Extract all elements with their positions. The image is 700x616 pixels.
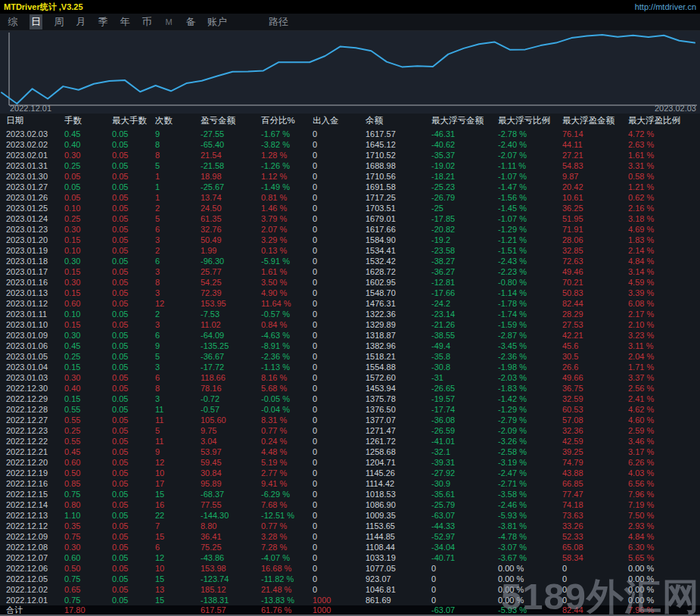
cell-0: 2023.01.06: [6, 341, 64, 351]
col-header-3[interactable]: 次数: [155, 114, 201, 129]
table-row[interactable]: 2023.01.270.050.051-25.67-1.49 %01691.58…: [0, 182, 700, 192]
cell-1: 0.25: [64, 160, 112, 171]
table-row[interactable]: 2023.01.040.150.053-17.72-1.13 %01554.88…: [0, 362, 700, 372]
table-row[interactable]: 2022.12.090.750.051536.413.28 %01144.85-…: [0, 531, 700, 542]
cell-10: 0: [562, 563, 628, 574]
cell-3: 9: [155, 129, 201, 139]
menu-item-6[interactable]: 币: [142, 15, 152, 29]
table-row[interactable]: 2022.12.080.300.05675.257.28 %01108.44-3…: [0, 542, 700, 552]
cell-9: -1.74 %: [498, 309, 562, 319]
menu-item-4[interactable]: 季: [98, 15, 108, 29]
vendor-url-link[interactable]: http://mtdriver.cn: [635, 2, 696, 11]
table-row[interactable]: 2022.12.020.650.0513185.1221.48 %01046.8…: [0, 584, 700, 595]
table-row[interactable]: 2023.01.310.250.055-21.58-1.26 %01688.98…: [0, 160, 700, 171]
table-row[interactable]: 2023.01.240.250.05561.353.79 %01679.01-1…: [0, 213, 700, 224]
col-header-7[interactable]: 余额: [366, 114, 431, 129]
col-header-8[interactable]: 最大浮亏金额: [431, 114, 498, 129]
table-row[interactable]: 2022.12.131.100.0522-144.30-12.51 %01009…: [0, 510, 700, 521]
table-row[interactable]: 2022.12.270.550.0511105.608.31 %01377.07…: [0, 415, 700, 425]
table-row[interactable]: 2023.01.120.600.0512153.9511.64 %01476.3…: [0, 298, 700, 309]
cell-7: 1703.51: [366, 203, 431, 213]
cell-7: 1318.87: [366, 330, 431, 341]
table-row[interactable]: 2022.12.010.750.0515-138.31-13.83 %10008…: [0, 595, 700, 605]
table-row[interactable]: 2023.01.030.300.056118.668.16 %01572.60-…: [0, 372, 700, 383]
menu-item-8[interactable]: 备: [185, 15, 196, 29]
table-row[interactable]: 2023.01.110.100.052-7.53-0.57 %01322.36-…: [0, 309, 700, 319]
cell-6: 0: [313, 213, 366, 224]
table-row[interactable]: 2023.01.300.050.05118.981.12 %01710.56-1…: [0, 171, 700, 182]
table-row[interactable]: 2022.12.230.250.0559.750.77 %01271.47-26…: [0, 425, 700, 436]
menu-item-10[interactable]: 路径: [269, 15, 288, 29]
col-header-6[interactable]: 出入金: [313, 114, 366, 129]
col-header-9[interactable]: 最大浮亏比例: [498, 114, 562, 129]
table-row[interactable]: 2023.01.200.150.05350.493.29 %01584.90-1…: [0, 235, 700, 245]
cell-5: 1.61 %: [261, 266, 313, 277]
cell-4: 3.04: [201, 436, 261, 446]
table-row[interactable]: 2022.12.290.150.053-0.72-0.05 %01375.78-…: [0, 394, 700, 404]
col-header-2[interactable]: 最大手数: [112, 114, 155, 129]
cell-0: 2022.12.05: [6, 574, 64, 584]
table-row[interactable]: 2023.02.030.450.059-27.55-1.67 %01617.57…: [0, 129, 700, 139]
x-axis-start-label: 2022.12.01: [10, 104, 51, 113]
cell-0: 2023.02.02: [6, 139, 64, 150]
cell-9: -1.45 %: [498, 203, 562, 213]
cell-7: 1086.90: [366, 499, 431, 510]
table-row[interactable]: 2023.01.100.150.05311.020.84 %01329.89-2…: [0, 319, 700, 330]
table-row[interactable]: 2022.12.060.500.0510153.9816.68 %01077.0…: [0, 563, 700, 574]
cell-9: -1.83 %: [498, 383, 562, 394]
cell-5: 4.48 %: [261, 446, 313, 457]
menu-item-7[interactable]: M: [163, 17, 174, 26]
table-body: 2023.02.030.450.059-27.55-1.67 %01617.57…: [0, 129, 700, 605]
table-row[interactable]: 2022.12.190.500.051030.842.77 %01145.26-…: [0, 468, 700, 478]
col-header-5[interactable]: 百分比%: [261, 114, 313, 129]
table-row[interactable]: 2022.12.050.750.0515-123.74-11.82 %0923.…: [0, 574, 700, 584]
table-row[interactable]: 2023.01.190.100.0521.990.13 %01534.41-23…: [0, 245, 700, 256]
cell-9: -1.59 %: [498, 319, 562, 330]
cell-10: 36.25: [562, 203, 628, 213]
table-row[interactable]: 2022.12.220.550.05113.040.24 %01261.72-4…: [0, 436, 700, 446]
col-header-10[interactable]: 最大浮盈金额: [562, 114, 628, 129]
table-row[interactable]: 2022.12.160.850.051795.899.41 %01114.42-…: [0, 478, 700, 489]
col-header-0[interactable]: 日期: [6, 114, 64, 129]
col-header-11[interactable]: 最大浮盈比例: [628, 114, 700, 129]
table-row[interactable]: 2023.01.050.250.055-36.67-2.36 %01518.21…: [0, 351, 700, 362]
menu-item-1[interactable]: 日: [30, 14, 42, 30]
table-row[interactable]: 2023.01.130.150.05372.394.90 %01548.70-1…: [0, 288, 700, 298]
table-row[interactable]: 2023.02.020.400.058-65.40-3.82 %01645.12…: [0, 139, 700, 150]
cell-3: 1: [155, 171, 201, 182]
table-header-row: 日期手数最大手数次数盈亏金额百分比%出入金余额最大浮亏金额最大浮亏比例最大浮盈金…: [0, 114, 700, 129]
table-row[interactable]: 2022.12.200.600.051259.455.19 %01204.71-…: [0, 457, 700, 468]
cell-5: 5.68 %: [261, 383, 313, 394]
table-row[interactable]: 2023.01.250.100.05224.501.46 %01703.51-2…: [0, 203, 700, 213]
cell-7: 1261.72: [366, 436, 431, 446]
table-row[interactable]: 2023.01.160.300.05854.253.50 %01602.95-1…: [0, 277, 700, 288]
table-row[interactable]: 2023.01.170.150.05325.771.61 %01628.72-3…: [0, 266, 700, 277]
table-row[interactable]: 2023.02.010.300.05821.541.28 %01710.52-3…: [0, 150, 700, 160]
menu-item-3[interactable]: 月: [76, 15, 86, 29]
col-header-1[interactable]: 手数: [64, 114, 112, 129]
col-header-4[interactable]: 盈亏金额: [201, 114, 261, 129]
table-row[interactable]: 2023.01.180.300.056-96.30-5.91 %01532.42…: [0, 256, 700, 266]
cell-11: 2.14 %: [628, 245, 700, 256]
table-row[interactable]: 2023.01.090.300.056-64.09-4.63 %01318.87…: [0, 330, 700, 341]
table-row[interactable]: 2022.12.070.600.0512-43.86-4.07 %01033.1…: [0, 552, 700, 563]
cell-0: 2022.12.16: [6, 478, 64, 489]
table-row[interactable]: 2023.01.260.050.05113.740.81 %01717.25-2…: [0, 192, 700, 203]
table-row[interactable]: 2023.01.230.300.05632.762.07 %01617.66-2…: [0, 224, 700, 235]
table-row[interactable]: 2022.12.300.400.05878.165.68 %01453.94-2…: [0, 383, 700, 394]
table-row[interactable]: 2022.12.280.550.0511-0.57-0.04 %01376.50…: [0, 404, 700, 415]
table-row[interactable]: 2022.12.120.350.0578.800.77 %01153.65-44…: [0, 521, 700, 531]
table-row[interactable]: 2023.01.060.450.059-135.25-8.91 %01382.9…: [0, 341, 700, 351]
cell-2: 0.05: [112, 224, 155, 235]
menu-item-9[interactable]: 账户: [207, 15, 227, 29]
cell-8: -36.27: [431, 266, 498, 277]
table-row[interactable]: 2022.12.140.800.051677.557.68 %01086.90-…: [0, 499, 700, 510]
menu-item-5[interactable]: 年: [120, 15, 130, 29]
cell-0: 2023.01.20: [6, 235, 64, 245]
table-row[interactable]: 2022.12.150.750.0515-68.37-6.29 %01018.5…: [0, 489, 700, 499]
menu-item-0[interactable]: 综: [8, 15, 18, 29]
cell-3: 3: [155, 319, 201, 330]
cell-9: -1.29 %: [498, 404, 562, 415]
table-row[interactable]: 2022.12.210.450.05953.974.48 %01258.68-3…: [0, 446, 700, 457]
menu-item-2[interactable]: 周: [54, 15, 64, 29]
